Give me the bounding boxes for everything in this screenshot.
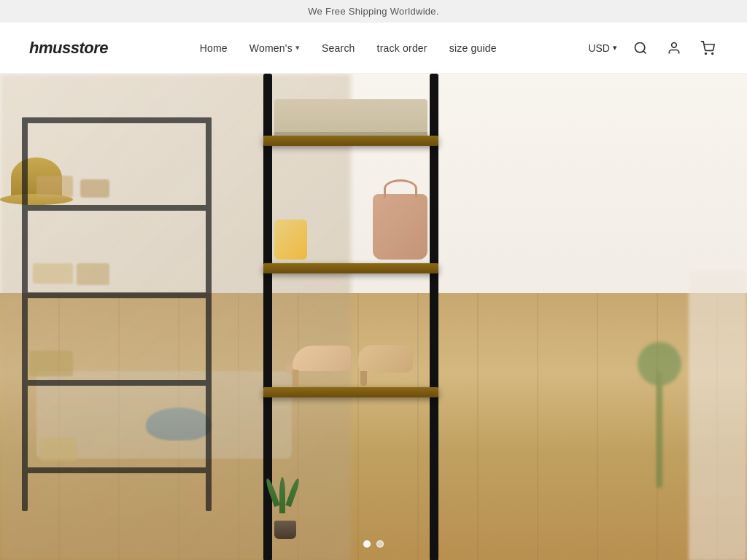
shelf-item-4 [77,263,109,285]
search-icon [633,41,648,55]
cart-icon [700,41,715,55]
account-button[interactable] [664,38,684,58]
background-shelves-left [0,117,233,540]
carousel-dot-2[interactable] [376,540,384,548]
svg-point-4 [712,52,713,54]
plant-leaves [271,477,300,521]
search-button[interactable] [630,38,651,58]
background-plant-right [645,342,674,488]
shoes-display [272,276,430,386]
plant-stem [657,371,662,488]
shelf-item-5 [29,351,73,376]
nav-search-link[interactable]: Search [322,42,355,54]
shoe-heel [293,370,298,386]
nav-home[interactable]: Home [200,42,228,54]
shoe-heel-2 [360,371,367,386]
hero-scene [0,74,747,560]
left-shelf-unit [22,117,212,511]
shelf-top-items [274,88,427,136]
shoe-body [293,346,351,371]
header-icons: USD [588,38,718,58]
left-shelf-board-3 [22,292,212,298]
shelf-board-2 [263,263,438,273]
svg-point-2 [672,42,677,47]
announcement-text: We Free Shipping Worldwide. [308,6,439,17]
left-shelf-board-1 [22,117,212,123]
handbag-display [373,194,427,260]
heel-shoe-left [285,335,351,386]
decorative-item [274,219,307,260]
svg-point-3 [705,52,707,54]
shelf-item-6 [40,438,77,462]
shelf-plant [274,521,300,539]
shelf-item-2 [80,179,109,198]
announcement-bar: We Free Shipping Worldwide. [0,0,747,23]
shoe-body-2 [358,345,413,373]
shelf-board-top [263,136,438,146]
heel-shoe-right [355,331,417,386]
nav-track-order[interactable]: track order [377,42,427,54]
right-figure [689,269,747,560]
account-icon [667,41,681,55]
center-display-shelf [234,74,468,560]
svg-point-0 [635,42,644,52]
plant-pot [274,521,296,539]
shelf-board-3 [263,387,438,397]
plant-leaf-3 [286,478,301,507]
shelf-item-3 [33,263,73,284]
carousel-dots [363,540,384,548]
shelf-post-right [430,74,438,560]
plant-leaf-2 [279,477,285,513]
nav-womens[interactable]: Women's [249,42,300,54]
shelf-bag-items [274,147,427,260]
main-nav: Home Women's Search track order size gui… [200,42,497,55]
logo[interactable]: hmusstore [29,39,108,58]
left-shelf-board-5 [22,467,212,473]
carousel-dot-1[interactable] [363,540,371,548]
svg-line-1 [643,50,646,53]
left-shelf-board-2 [22,205,212,211]
header: hmusstore Home Women's Search track orde… [0,23,747,74]
cart-button[interactable] [697,38,718,58]
hero-section [0,74,747,560]
nav-size-guide[interactable]: size guide [449,42,497,54]
currency-selector[interactable]: USD [588,42,617,54]
folded-clothes [274,99,427,136]
left-shelf-board-4 [22,380,212,386]
shelf-item-1 [36,176,73,198]
